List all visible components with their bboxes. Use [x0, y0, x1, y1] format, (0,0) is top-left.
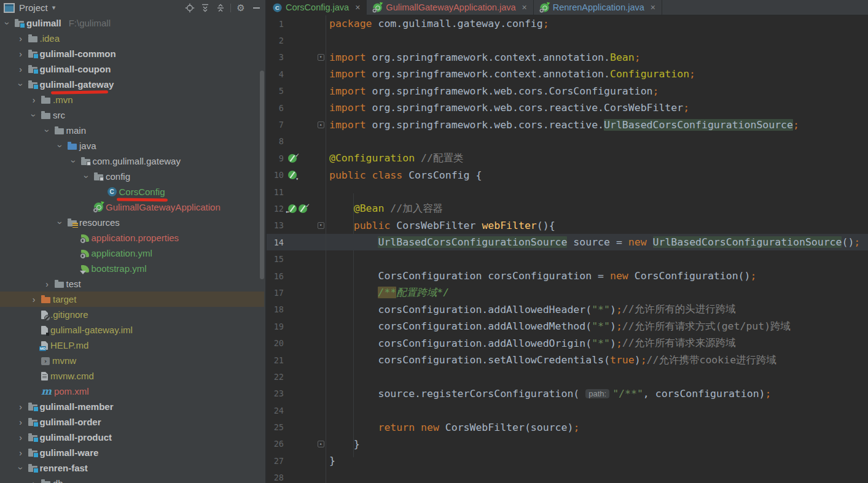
bean-check-icon[interactable]: ✓ [299, 204, 307, 213]
chevron-collapsed-icon[interactable]: › [29, 479, 39, 483]
tab-RenrenApplication.java[interactable]: RenrenApplication.java× [534, 0, 662, 15]
code-line-4[interactable]: 4import org.springframework.context.anno… [267, 66, 868, 82]
expand-all-icon[interactable] [200, 2, 211, 14]
tree-item-HELP.md[interactable]: MDHELP.md [0, 338, 264, 353]
tree-item-gulimall-common[interactable]: ›gulimall-common [0, 46, 264, 61]
chevron-collapsed-icon[interactable]: › [16, 65, 26, 74]
tree-item-pom.xml[interactable]: mpom.xml [0, 384, 264, 399]
chevron-expanded-icon[interactable]: › [43, 126, 52, 136]
chevron-collapsed-icon[interactable]: › [42, 280, 52, 288]
code-line-3[interactable]: 3▾import org.springframework.context.ann… [267, 49, 868, 66]
tree-item-main[interactable]: ›main [0, 123, 264, 138]
code-line-20[interactable]: 20 corsConfiguration.addAllowedOrigin("*… [267, 334, 868, 351]
tree-item-gulimall-gateway.iml[interactable]: gulimall-gateway.iml [0, 322, 264, 338]
tree-item-CorsConfig[interactable]: CCorsConfig [0, 184, 264, 199]
chevron-collapsed-icon[interactable]: › [16, 34, 26, 43]
fold-collapse-icon[interactable]: ▾ [318, 54, 324, 61]
code-line-9[interactable]: 9✓@Configuration //配置类 [267, 150, 868, 166]
fold-end-icon[interactable]: ▴ [318, 441, 324, 447]
chevron-expanded-icon[interactable]: › [56, 141, 65, 151]
tree-item-com.gulimall.gateway[interactable]: ›com.gulimall.gateway [0, 153, 264, 169]
code-line-24[interactable]: 24 [267, 402, 868, 419]
code-line-5[interactable]: 5import org.springframework.web.cors.Cor… [267, 83, 868, 99]
tree-item-db[interactable]: ›db [0, 476, 264, 483]
fold-collapse-icon[interactable]: ▾ [318, 222, 324, 229]
tree-item-gulimall-gateway[interactable]: ›gulimall-gateway [0, 77, 264, 92]
code-line-28[interactable]: 28 [267, 469, 868, 483]
collapse-all-icon[interactable] [215, 2, 226, 14]
tree-item-mvnw.cmd[interactable]: mvnw.cmd [0, 368, 264, 384]
chevron-expanded-icon[interactable]: › [69, 156, 78, 166]
bean-check-icon[interactable]: ✓ [288, 154, 297, 163]
code-line-15[interactable]: 15 [267, 250, 868, 267]
fold-end-icon[interactable]: ▴ [318, 122, 324, 128]
tree-item-gulimall-order[interactable]: ›gulimall-order [0, 414, 264, 430]
chevron-collapsed-icon[interactable]: › [29, 96, 39, 104]
tree-item-gulimall-product[interactable]: ›gulimall-product [0, 430, 264, 445]
code-line-13[interactable]: 13▾ public CorsWebFilter webFilter(){ [267, 217, 868, 234]
chevron-collapsed-icon[interactable]: › [16, 418, 26, 427]
tree-item-src[interactable]: ›src [0, 107, 264, 123]
tab-GulimallGatewayApplication.java[interactable]: GulimallGatewayApplication.java× [367, 0, 533, 15]
code-line-12[interactable]: 12←✓ @Bean //加入容器 [267, 200, 868, 217]
settings-gear-icon[interactable]: ⚙ [235, 2, 246, 14]
chevron-collapsed-icon[interactable]: › [29, 295, 39, 304]
bean-arrow-icon[interactable]: ← [288, 204, 297, 213]
close-tab-icon[interactable]: × [651, 2, 655, 12]
tree-item-bootstrap.yml[interactable]: bootstrap.yml [0, 261, 264, 276]
chevron-down-icon[interactable]: ▾ [52, 4, 56, 12]
close-tab-icon[interactable]: × [355, 2, 360, 12]
tree-item-resources[interactable]: ›resources [0, 215, 264, 230]
chevron-expanded-icon[interactable]: › [29, 110, 38, 120]
code-line-25[interactable]: 25 return new CorsWebFilter(source); [267, 419, 868, 435]
chevron-expanded-icon[interactable]: › [17, 463, 25, 473]
code-line-2[interactable]: 2 [267, 32, 868, 48]
code-line-8[interactable]: 8 [267, 133, 868, 150]
tree-item-.gitignore[interactable]: .gitignore [0, 307, 264, 322]
chevron-expanded-icon[interactable]: › [56, 218, 65, 228]
code-line-22[interactable]: 22 [267, 368, 868, 385]
tree-item-gulimall-ware[interactable]: ›gulimall-ware [0, 445, 264, 460]
tree-item-config[interactable]: ›config [0, 169, 264, 184]
tree-item-target[interactable]: ›target [0, 292, 264, 307]
tree-item-test[interactable]: ›test [0, 276, 264, 292]
tree-item-.idea[interactable]: ›.idea [0, 31, 264, 46]
tree-item-gulimall-coupon[interactable]: ›gulimall-coupon [0, 61, 264, 77]
locate-file-icon[interactable] [184, 2, 195, 14]
tree-item-.mvn[interactable]: ›.mvn [0, 92, 264, 107]
code-line-17[interactable]: 17 /**配置跨域*/ [267, 284, 868, 301]
code-line-27[interactable]: 27} [267, 452, 868, 469]
code-line-14[interactable]: 14 UrlBasedCorsConfigurationSource sourc… [267, 234, 868, 250]
code-line-7[interactable]: 7▴import org.springframework.web.cors.re… [267, 116, 868, 133]
chevron-expanded-icon[interactable]: › [17, 80, 25, 90]
code-line-1[interactable]: 1package com.gulimall.gateway.config; [267, 15, 868, 32]
code-line-21[interactable]: 21 corsConfiguration.setAllowCredentials… [267, 352, 868, 368]
chevron-collapsed-icon[interactable]: › [16, 449, 26, 457]
code-line-6[interactable]: 6import org.springframework.web.cors.rea… [267, 99, 868, 116]
chevron-expanded-icon[interactable]: › [3, 18, 12, 28]
tree-item-GulimallGatewayApplication[interactable]: GulimallGatewayApplication [0, 199, 264, 215]
code-line-19[interactable]: 19 corsConfiguration.addAllowedMethod("*… [267, 318, 868, 334]
bean-nav-icon[interactable]: ▾ [288, 171, 297, 179]
tree-item-application.properties[interactable]: application.properties [0, 230, 264, 245]
chevron-collapsed-icon[interactable]: › [16, 433, 26, 442]
close-tab-icon[interactable]: × [522, 2, 527, 12]
code-line-26[interactable]: 26▴ } [267, 436, 868, 452]
tree-item-gulimall[interactable]: ›gulimallF:\gulimall [0, 15, 264, 31]
chevron-collapsed-icon[interactable]: › [16, 403, 26, 411]
code-line-18[interactable]: 18 corsConfiguration.addAllowedHeader("*… [267, 301, 868, 318]
code-editor[interactable]: 1package com.gulimall.gateway.config;23▾… [267, 15, 868, 483]
hide-panel-icon[interactable] [251, 2, 262, 14]
tree-item-application.yml[interactable]: application.yml [0, 245, 264, 261]
code-line-16[interactable]: 16 CorsConfiguration corsConfiguration =… [267, 268, 868, 284]
tree-item-renren-fast[interactable]: ›renren-fast [0, 460, 264, 476]
tree-item-gulimall-member[interactable]: ›gulimall-member [0, 399, 264, 414]
tab-CorsConfig.java[interactable]: CCorsConfig.java× [267, 0, 367, 15]
chevron-expanded-icon[interactable]: › [82, 172, 91, 182]
code-line-11[interactable]: 11 [267, 184, 868, 200]
code-line-10[interactable]: 10▾public class CorsConfig { [267, 167, 868, 184]
chevron-collapsed-icon[interactable]: › [16, 50, 26, 58]
code-line-23[interactable]: 23 source.registerCorsConfiguration( pat… [267, 385, 868, 402]
tree-item-java[interactable]: ›java [0, 138, 264, 153]
tree-item-mvnw[interactable]: ›mvnw [0, 353, 264, 368]
